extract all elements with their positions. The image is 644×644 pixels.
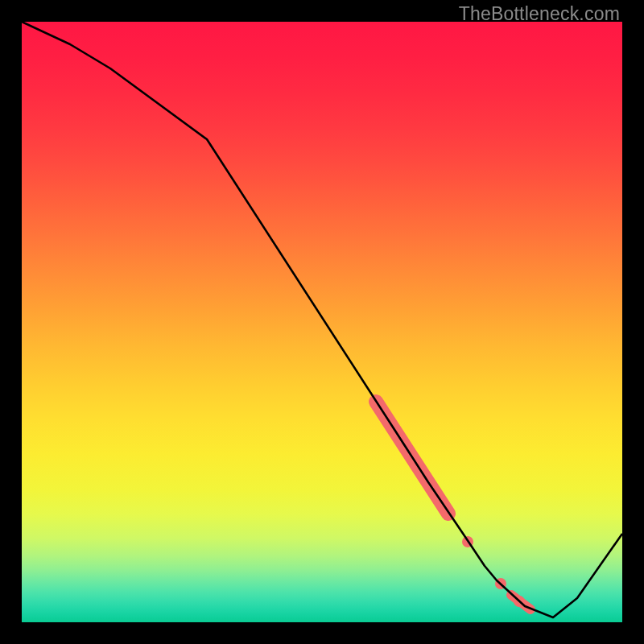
chart-frame: TheBottleneck.com [0, 0, 644, 644]
plot-area [22, 22, 622, 622]
gradient-background [22, 22, 622, 622]
bottleneck-chart [22, 22, 622, 622]
watermark-text: TheBottleneck.com [459, 3, 620, 25]
